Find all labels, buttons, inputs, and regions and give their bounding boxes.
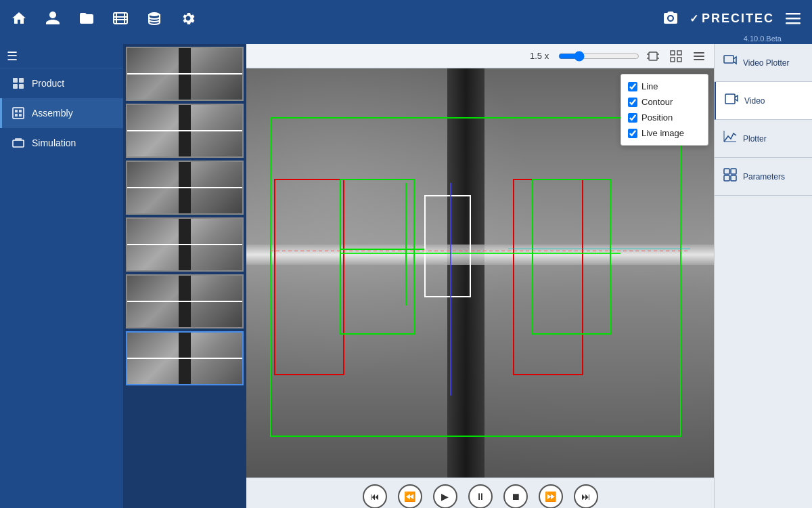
- zoom-row: 1.5 x: [246, 44, 714, 68]
- camera-icon[interactable]: [660, 7, 681, 29]
- product-icon: [12, 77, 25, 90]
- cyan-crosshair-h: [508, 249, 691, 249]
- svg-rect-19: [15, 138, 22, 140]
- svg-rect-30: [694, 56, 704, 57]
- thumbnail-2[interactable]: [126, 104, 244, 158]
- film-icon[interactable]: [110, 7, 131, 29]
- rewind-button[interactable]: ⏪: [398, 484, 422, 508]
- database-icon[interactable]: [143, 7, 165, 29]
- display-options-dropdown: Line Contour Position Live image: [621, 74, 708, 146]
- sidebar: ☰ Product Assembly Simulation: [0, 44, 123, 508]
- position-checkbox[interactable]: [628, 113, 637, 123]
- dropdown-contour-item[interactable]: Contour: [621, 94, 708, 110]
- fast-forward-button[interactable]: ⏩: [539, 484, 563, 508]
- svg-rect-14: [15, 110, 18, 112]
- zoom-level-label: 1.5 x: [530, 51, 554, 61]
- svg-rect-36: [724, 169, 729, 174]
- skip-forward-button[interactable]: ⏭: [574, 484, 598, 508]
- right-panel-plotter[interactable]: Plotter: [715, 120, 812, 158]
- svg-rect-12: [19, 84, 24, 89]
- svg-rect-26: [677, 51, 681, 55]
- svg-rect-7: [786, 18, 800, 20]
- dropdown-line-item[interactable]: Line: [621, 79, 708, 94]
- thumbnail-5[interactable]: [126, 274, 244, 329]
- top-pointer-arrow: [382, 0, 401, 14]
- right-panel-video[interactable]: Video: [715, 82, 812, 120]
- thumbnail-1[interactable]: [126, 47, 244, 101]
- svg-rect-27: [671, 58, 675, 62]
- sidebar-item-product[interactable]: Product: [0, 68, 123, 98]
- svg-rect-4: [114, 19, 127, 20]
- svg-rect-8: [786, 22, 800, 24]
- grid-icon[interactable]: [667, 47, 685, 66]
- topbar-left: [8, 7, 199, 29]
- plotter-icon: [723, 129, 738, 148]
- bright-weld-line: [246, 245, 714, 265]
- video-main: Line Contour Position Live image: [246, 68, 714, 478]
- liveimage-checkbox[interactable]: [628, 129, 637, 138]
- crop-icon[interactable]: [644, 47, 662, 66]
- parameters-label: Parameters: [743, 172, 785, 182]
- home-icon[interactable]: [8, 7, 30, 29]
- svg-rect-25: [671, 51, 675, 55]
- settings-icon[interactable]: [177, 7, 199, 29]
- simulation-icon: [12, 136, 25, 150]
- svg-rect-38: [724, 175, 729, 181]
- svg-rect-9: [13, 78, 18, 83]
- svg-rect-10: [19, 78, 24, 83]
- dropdown-position-item[interactable]: Position: [621, 110, 708, 125]
- topbar: ✓ PRECITEC: [0, 0, 812, 37]
- svg-rect-1: [116, 13, 117, 24]
- svg-rect-32: [724, 56, 734, 63]
- blue-crosshair-v: [450, 183, 451, 396]
- liveimage-label: Live image: [641, 128, 684, 138]
- folder-icon[interactable]: [76, 7, 97, 29]
- hamburger-menu-icon[interactable]: [782, 7, 804, 29]
- thumbnail-4[interactable]: [126, 217, 244, 272]
- thumbnail-3[interactable]: [126, 161, 244, 215]
- red-dotted-line: [270, 251, 691, 251]
- right-panel: Video Plotter Video Plotter Parameters: [714, 44, 812, 508]
- pause-button[interactable]: ⏸: [468, 484, 493, 508]
- sidebar-assembly-label: Assembly: [32, 108, 73, 119]
- sidebar-toggle[interactable]: ☰: [0, 44, 123, 68]
- dark-beam: [447, 68, 484, 478]
- line-checkbox[interactable]: [628, 82, 637, 91]
- svg-rect-13: [13, 108, 24, 119]
- svg-rect-33: [725, 94, 735, 104]
- svg-rect-39: [731, 175, 736, 181]
- dropdown-liveimage-item[interactable]: Live image: [621, 125, 708, 141]
- zoom-slider[interactable]: [558, 51, 639, 62]
- left-green-tick-h: [340, 249, 424, 250]
- svg-rect-11: [13, 84, 18, 89]
- svg-rect-31: [694, 59, 704, 60]
- thumbnail-6[interactable]: [126, 331, 244, 385]
- center-right-area: 1.5 x: [246, 44, 812, 508]
- right-panel-video-plotter[interactable]: Video Plotter: [715, 44, 812, 82]
- assembly-icon: [12, 106, 25, 120]
- sidebar-item-assembly[interactable]: Assembly: [0, 98, 123, 128]
- right-panel-parameters[interactable]: Parameters: [715, 158, 812, 196]
- svg-rect-18: [13, 140, 24, 147]
- user-icon[interactable]: [42, 7, 64, 29]
- svg-rect-3: [114, 16, 127, 18]
- contour-label: Contour: [641, 97, 673, 107]
- version-label: 4.10.0.Beta: [0, 35, 812, 44]
- menu-dots-icon[interactable]: [690, 47, 708, 66]
- play-button[interactable]: ▶: [433, 484, 457, 508]
- skip-back-button[interactable]: ⏮: [363, 484, 387, 508]
- contour-checkbox[interactable]: [628, 98, 637, 107]
- svg-rect-37: [731, 169, 736, 174]
- svg-rect-20: [649, 52, 657, 60]
- svg-rect-28: [677, 58, 681, 62]
- video-controls: ⏮ ⏪ ▶ ⏸ ⏹ ⏩ ⏭: [246, 478, 714, 508]
- stop-button[interactable]: ⏹: [503, 484, 528, 508]
- sidebar-item-simulation[interactable]: Simulation: [0, 128, 123, 158]
- logo-text: PRECITEC: [702, 12, 774, 26]
- green-crosshair-h: [340, 253, 621, 254]
- video-label: Video: [744, 96, 765, 106]
- video-canvas: Line Contour Position Live image: [246, 68, 714, 478]
- parameters-icon: [723, 167, 738, 186]
- svg-point-5: [149, 12, 160, 16]
- svg-rect-16: [15, 114, 18, 117]
